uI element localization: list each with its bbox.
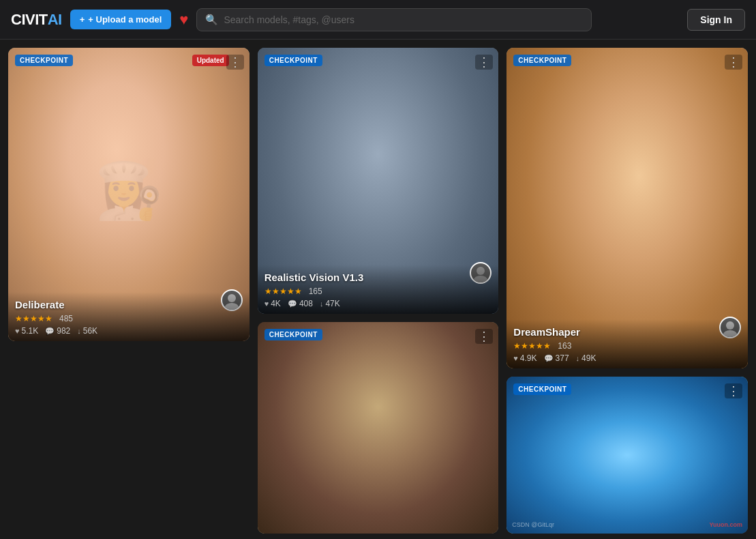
likes-value: 4.9K [520, 353, 537, 363]
likes-stat: ♥ 5.1K [15, 326, 38, 336]
heart-icon: ♥ [15, 327, 20, 335]
comments-value: 408 [299, 299, 313, 308]
star-rating: ★★★★★ [513, 341, 551, 351]
card-menu-button[interactable]: ⋮ [475, 55, 493, 70]
header: CIVITAI + + Upload a model ♥ 🔍 Sign In [0, 0, 756, 40]
star-rating: ★★★★★ [15, 314, 52, 323]
badge-checkpoint: CHECKPOINT [264, 55, 322, 66]
middle-column: CHECKPOINT ⋮ Realistic Vision V1.3 ★★★★★… [258, 48, 499, 534]
comments-stat: 💬 377 [544, 353, 569, 363]
card-grid: CHECKPOINT Updated ⋮ Deliberate ★★★★★ 48… [8, 48, 748, 539]
comments-value: 982 [57, 326, 70, 336]
rating-count: 165 [309, 287, 322, 296]
downloads-value: 47K [325, 299, 339, 308]
card-info: DreamShaper ★★★★★ 163 ♥ 4.9K 💬 377 [506, 319, 748, 368]
logo-ai: AI [48, 11, 62, 29]
card-nurse[interactable]: CHECKPOINT ⋮ [258, 322, 499, 534]
search-icon: 🔍 [205, 14, 218, 26]
comment-icon: 💬 [288, 300, 297, 308]
heart-icon: ♥ [513, 354, 518, 362]
rating-count: 485 [59, 314, 73, 323]
likes-value: 4K [271, 299, 281, 308]
card-menu-button[interactable]: ⋮ [475, 329, 493, 344]
comment-icon: 💬 [544, 354, 554, 363]
plus-icon: + [80, 14, 85, 25]
source-tag: CSDN @GitLqr [512, 521, 554, 528]
card-deliberate[interactable]: CHECKPOINT Updated ⋮ Deliberate ★★★★★ 48… [8, 48, 250, 341]
badge-checkpoint: CHECKPOINT [15, 55, 73, 66]
card-menu-button[interactable]: ⋮ [725, 55, 742, 70]
card-title: DreamShaper [513, 326, 741, 338]
downloads-value: 49K [581, 353, 596, 363]
right-column: CHECKPOINT ⋮ DreamShaper ★★★★★ 163 [506, 48, 748, 534]
favorites-button[interactable]: ♥ [179, 11, 188, 29]
badge-checkpoint: CHECKPOINT [513, 383, 571, 395]
comments-stat: 💬 408 [288, 299, 313, 308]
download-icon: ↓ [576, 354, 580, 362]
downloads-stat: ↓ 56K [77, 326, 97, 336]
card-menu-button[interactable]: ⋮ [725, 383, 742, 398]
search-input[interactable] [224, 9, 583, 31]
sign-in-button[interactable]: Sign In [687, 9, 745, 31]
card-blue-anime[interactable]: CHECKPOINT ⋮ Yuuon.com CSDN @GitLqr [506, 377, 748, 534]
search-bar: 🔍 [196, 8, 592, 31]
downloads-stat: ↓ 47K [320, 299, 340, 308]
comment-icon: 💬 [45, 327, 55, 336]
comments-value: 377 [556, 353, 569, 363]
card-realistic-vision[interactable]: CHECKPOINT ⋮ Realistic Vision V1.3 ★★★★★… [258, 48, 499, 314]
badge-updated: Updated [192, 55, 229, 66]
card-stats: ♥ 4.9K 💬 377 ↓ 49K [513, 353, 741, 363]
card-info: Deliberate ★★★★★ 485 ♥ 5.1K 💬 982 ↓ [8, 292, 250, 341]
likes-stat: ♥ 4K [264, 299, 281, 308]
card-stats: ♥ 4K 💬 408 ↓ 47K [264, 299, 492, 308]
upload-label: + Upload a model [88, 14, 162, 25]
main-content: CHECKPOINT Updated ⋮ Deliberate ★★★★★ 48… [0, 40, 756, 539]
badge-checkpoint: CHECKPOINT [513, 55, 571, 66]
logo: CIVITAI [11, 11, 62, 29]
comments-stat: 💬 982 [45, 326, 70, 336]
upload-model-button[interactable]: + + Upload a model [70, 10, 172, 29]
card-title: Realistic Vision V1.3 [264, 272, 492, 283]
download-icon: ↓ [77, 327, 81, 335]
likes-value: 5.1K [22, 326, 39, 336]
likes-stat: ♥ 4.9K [513, 353, 536, 363]
rating-count: 163 [558, 341, 571, 351]
watermark: Yuuon.com [709, 521, 742, 528]
downloads-stat: ↓ 49K [576, 353, 596, 363]
logo-civit: CIVIT [11, 11, 48, 29]
heart-icon: ♥ [264, 300, 269, 308]
download-icon: ↓ [320, 300, 324, 308]
card-stats: ♥ 5.1K 💬 982 ↓ 56K [15, 326, 243, 336]
star-rating: ★★★★★ [264, 287, 302, 296]
card-title: Deliberate [15, 299, 243, 310]
card-info: Realistic Vision V1.3 ★★★★★ 165 ♥ 4K 💬 4… [258, 265, 499, 314]
card-dreamshaper[interactable]: CHECKPOINT ⋮ DreamShaper ★★★★★ 163 [506, 48, 748, 368]
card-menu-button[interactable]: ⋮ [226, 55, 244, 70]
badge-checkpoint: CHECKPOINT [264, 329, 322, 340]
downloads-value: 56K [83, 326, 97, 336]
heart-icon: ♥ [179, 11, 188, 29]
